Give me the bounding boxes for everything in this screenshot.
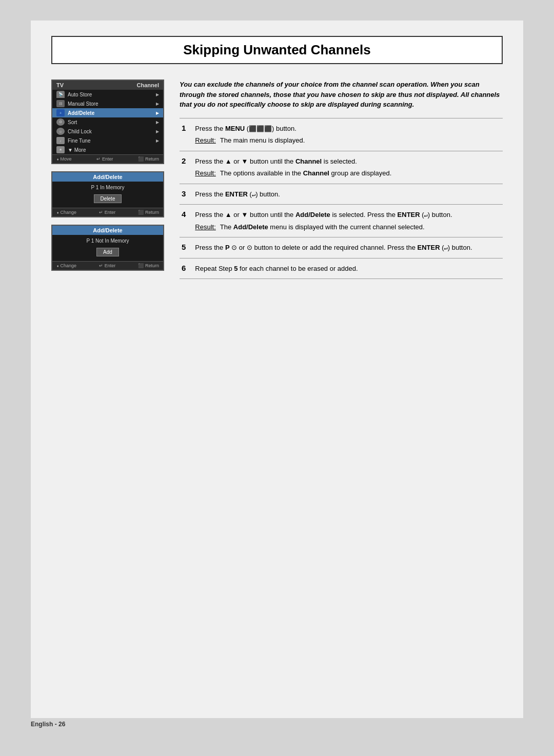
footer1-change: ⬧ Change (56, 210, 76, 215)
result-text-1: The main menu is displayed. (220, 135, 305, 146)
footer2-return: ⬛ Return (138, 263, 159, 268)
result-text-4: The Add/Delete menu is displayed with th… (220, 222, 425, 232)
antenna-icon: 📡 (56, 91, 65, 98)
step-row-5: 5 Press the P ⊙ or ⊙ button to delete or… (180, 237, 503, 258)
footer-return: ⬛ Return (138, 156, 159, 162)
step-num-6: 6 (180, 258, 193, 279)
footer1-return: ⬛ Return (138, 210, 159, 215)
tv-menu-row-sort: ⚙ Sort ▶ (52, 117, 163, 127)
manual-store-icon: ▤ (56, 100, 65, 107)
childlock-icon: ☺ (56, 128, 65, 135)
finetune-label: Fine Tune (68, 138, 153, 144)
step-content-4: Press the ▲ or ▼ button until the Add/De… (193, 205, 503, 237)
page-footer: English - 26 (31, 721, 65, 728)
delete-button[interactable]: Delete (94, 194, 122, 203)
tv-menu-row-finetune: ♪ Fine Tune ▶ (52, 136, 163, 145)
footer-move: ⬧ Move (56, 156, 72, 162)
step-num-4: 4 (180, 205, 193, 237)
footer-enter: ↵ Enter (96, 156, 113, 162)
add-delete-info-2: P 1 Not In Memory (57, 238, 158, 244)
step-num-3: 3 (180, 184, 193, 205)
adddelete-icon: + (56, 109, 65, 116)
add-delete-footer-1: ⬧ Change ↵ Enter ⬛ Return (52, 208, 163, 216)
finetune-icon: ♪ (56, 137, 65, 144)
tv-menu-header-right: Channel (137, 82, 159, 88)
add-delete-body-2: P 1 Not In Memory Add (52, 235, 163, 261)
step-content-3: Press the ENTER (↵) button. (193, 184, 503, 205)
step-row-3: 3 Press the ENTER (↵) button. (180, 184, 503, 205)
page: Skipping Unwanted Channels TV Channel 📡 (0, 0, 554, 756)
result-row-2: Result: The options available in the Cha… (195, 168, 501, 178)
step-num-5: 5 (180, 237, 193, 258)
steps-table: 1 Press the MENU (⬛⬛⬛) button. Result: T… (180, 118, 503, 280)
step-num-1: 1 (180, 118, 193, 151)
add-delete-menu-2: Add/Delete P 1 Not In Memory Add ⬧ Chang… (51, 225, 164, 271)
result-label-2: Result: (195, 168, 215, 178)
step-row-2: 2 Press the ▲ or ▼ button until the Chan… (180, 151, 503, 184)
step-content-6: Repeat Step 5 for each channel to be era… (193, 258, 503, 279)
add-delete-header-2: Add/Delete (52, 226, 163, 235)
adddelete-label: Add/Delete (68, 110, 153, 116)
step-content-5: Press the P ⊙ or ⊙ button to delete or a… (193, 237, 503, 258)
tv-menu-row-manualstore: ▤ Manual Store ▶ (52, 99, 163, 108)
tv-menu-row-adddelete: + Add/Delete ▶ (52, 108, 163, 117)
page-title: Skipping Unwanted Channels (51, 36, 503, 64)
left-column: TV Channel 📡 Auto Store ▶ ▤ (51, 79, 164, 279)
manual-store-label: Manual Store (68, 101, 153, 107)
step-num-2: 2 (180, 151, 193, 184)
result-text-2: The options available in the Channel gro… (220, 168, 392, 178)
step-row-6: 6 Repeat Step 5 for each channel to be e… (180, 258, 503, 279)
tv-menu-header: TV Channel (52, 81, 163, 90)
add-delete-menu-1: Add/Delete P 1 In Memory Delete ⬧ Change… (51, 171, 164, 217)
step-content-2: Press the ▲ or ▼ button until the Channe… (193, 151, 503, 184)
add-delete-body-1: P 1 In Memory Delete (52, 182, 163, 208)
sort-icon: ⚙ (56, 118, 65, 126)
step-row-4: 4 Press the ▲ or ▼ button until the Add/… (180, 205, 503, 237)
step-row-1: 1 Press the MENU (⬛⬛⬛) button. Result: T… (180, 118, 503, 151)
result-label-4: Result: (195, 222, 215, 232)
content-area: Skipping Unwanted Channels TV Channel 📡 (31, 21, 523, 718)
footer2-change: ⬧ Change (56, 263, 76, 268)
intro-paragraph: You can exclude the channels of your cho… (180, 79, 503, 110)
add-delete-footer-2: ⬧ Change ↵ Enter ⬛ Return (52, 261, 163, 270)
step-content-1: Press the MENU (⬛⬛⬛) button. Result: The… (193, 118, 503, 151)
tv-channel-menu: TV Channel 📡 Auto Store ▶ ▤ (51, 79, 164, 164)
main-content: TV Channel 📡 Auto Store ▶ ▤ (51, 79, 503, 279)
sort-label: Sort (68, 120, 153, 125)
more-icon: ★ (56, 146, 65, 153)
result-row-1: Result: The main menu is displayed. (195, 135, 501, 146)
right-column: You can exclude the channels of your cho… (180, 79, 503, 279)
footer2-enter: ↵ Enter (99, 263, 115, 268)
more-label: ▼ More (68, 147, 159, 153)
auto-store-label: Auto Store (68, 92, 153, 97)
add-delete-header-1: Add/Delete (52, 172, 163, 182)
childlock-label: Child Lock (68, 129, 153, 134)
tv-menu-row-more: ★ ▼ More (52, 145, 163, 154)
add-button[interactable]: Add (96, 248, 119, 256)
tv-menu-row-autostore: 📡 Auto Store ▶ (52, 90, 163, 99)
footer1-enter: ↵ Enter (99, 210, 115, 215)
result-row-4: Result: The Add/Delete menu is displayed… (195, 222, 501, 232)
tv-menu-footer: ⬧ Move ↵ Enter ⬛ Return (52, 154, 163, 163)
tv-menu-row-childlock: ☺ Child Lock ▶ (52, 127, 163, 136)
tv-menu-header-left: TV (56, 82, 64, 88)
result-label-1: Result: (195, 135, 215, 146)
add-delete-info-1: P 1 In Memory (57, 185, 158, 190)
